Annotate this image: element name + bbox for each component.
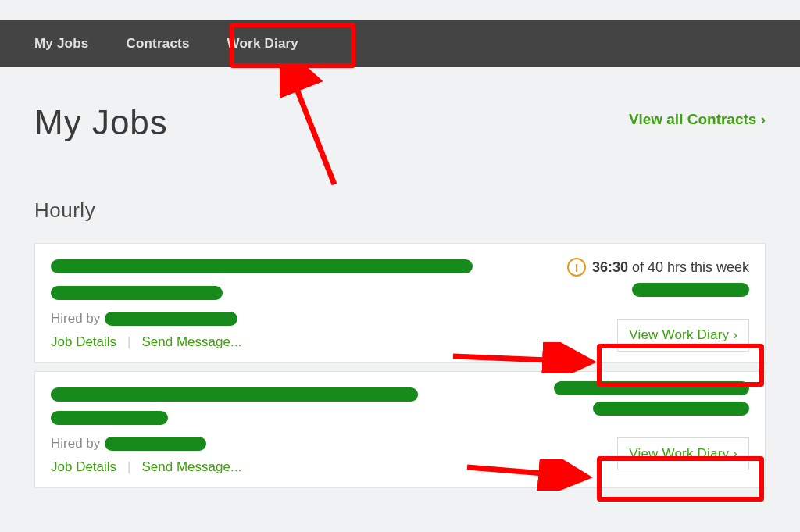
job-card: Hired by Job Details | Send Message... V… (34, 371, 766, 488)
redacted-text (554, 381, 749, 395)
card-right-panel: View Work Diary › (554, 381, 749, 470)
send-message-link[interactable]: Send Message... (142, 459, 242, 475)
view-work-diary-button[interactable]: View Work Diary › (617, 437, 749, 470)
nav-item-work-diary[interactable]: Work Diary (227, 36, 298, 52)
divider: | (127, 334, 130, 350)
redacted-text (105, 437, 206, 451)
card-right-panel: ! 36:30 of 40 hrs this week View Work Di… (567, 258, 749, 352)
nav-item-my-jobs[interactable]: My Jobs (34, 36, 88, 52)
hired-by-label: Hired by (51, 436, 100, 452)
warning-icon: ! (567, 258, 586, 277)
divider: | (127, 459, 130, 475)
hired-by-label: Hired by (51, 311, 100, 327)
hours-progress: 36:30 of 40 hrs this week (592, 259, 749, 276)
redacted-text (51, 259, 473, 273)
hours-used: 36:30 (592, 259, 628, 275)
top-nav: My Jobs Contracts Work Diary (0, 20, 800, 67)
redacted-text (105, 312, 238, 326)
send-message-link[interactable]: Send Message... (142, 334, 242, 350)
section-title-hourly: Hourly (34, 198, 766, 223)
redacted-text (593, 402, 749, 416)
job-card: Hired by Job Details | Send Message... !… (34, 243, 766, 363)
nav-item-contracts[interactable]: Contracts (126, 36, 189, 52)
hours-cap: 40 hrs this week (648, 259, 749, 275)
redacted-text (51, 286, 223, 300)
job-details-link[interactable]: Job Details (51, 459, 116, 475)
redacted-text (51, 411, 168, 425)
redacted-text (51, 387, 418, 402)
redacted-text (632, 283, 749, 297)
view-all-contracts-link[interactable]: View all Contracts › (629, 111, 766, 128)
hours-of: of (628, 259, 648, 275)
job-details-link[interactable]: Job Details (51, 334, 116, 350)
page-body: My Jobs View all Contracts › Hourly Hire… (0, 67, 800, 488)
view-work-diary-button[interactable]: View Work Diary › (617, 319, 749, 352)
